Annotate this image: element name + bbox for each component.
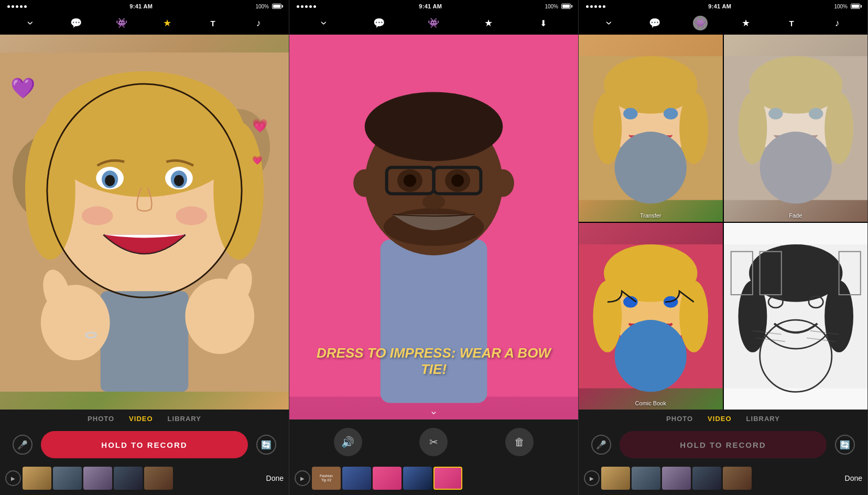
- svg-rect-23: [381, 240, 487, 403]
- chevron-down-icon-2[interactable]: ›: [317, 16, 331, 30]
- svg-point-61: [593, 280, 622, 352]
- music-icon-1[interactable]: ♪: [251, 16, 266, 30]
- emoji-icon-3[interactable]: 👾: [693, 16, 708, 30]
- tab-library-3[interactable]: LIBRARY: [746, 415, 780, 423]
- tab-photo-3[interactable]: PHOTO: [666, 415, 693, 423]
- dot5: [603, 5, 605, 8]
- chevron-down-icon-3[interactable]: ›: [602, 16, 616, 30]
- svg-point-46: [679, 92, 708, 164]
- filter-grid-3: Transfer Fade: [579, 35, 867, 410]
- svg-point-47: [623, 108, 637, 120]
- svg-point-36: [451, 174, 464, 187]
- star-icon-2[interactable]: ★: [481, 16, 496, 30]
- play-button-2[interactable]: ▶: [295, 470, 310, 486]
- film-thumb-3-2[interactable]: [632, 467, 660, 490]
- dot2: [12, 5, 14, 8]
- film-thumb-1-2[interactable]: [53, 467, 82, 490]
- signal-dots-2: [297, 5, 316, 8]
- film-thumb-2-3[interactable]: [373, 467, 402, 490]
- svg-point-54: [824, 92, 853, 164]
- battery-area-3: 100%: [834, 4, 860, 9]
- svg-point-35: [404, 174, 416, 187]
- cartoon-face-svg: [0, 35, 289, 410]
- done-button-1[interactable]: Done: [266, 474, 284, 482]
- dot4: [309, 5, 312, 8]
- battery-pct-2: 100%: [545, 4, 558, 9]
- svg-point-49: [615, 132, 687, 203]
- filter-cell-bw[interactable]: [724, 223, 868, 410]
- film-thumb-3-3[interactable]: [662, 467, 691, 490]
- dot5: [313, 5, 316, 8]
- camera-flip-button-3[interactable]: 🔄: [835, 435, 855, 455]
- text-icon-1[interactable]: T: [205, 16, 220, 30]
- toolbar-2: › 💬 👾 ★ ⬇: [289, 12, 578, 35]
- delete-button-2[interactable]: 🗑: [505, 428, 534, 456]
- film-thumb-3-4[interactable]: [692, 467, 721, 490]
- svg-point-14: [176, 207, 207, 225]
- film-thumb-1-4[interactable]: [114, 467, 143, 490]
- mode-tabs-3: PHOTO VIDEO LIBRARY: [579, 410, 867, 427]
- chevron-down-icon-1[interactable]: ›: [23, 16, 38, 30]
- filter-label-transfer: Transfer: [640, 212, 661, 219]
- svg-point-39: [422, 195, 445, 210]
- tab-video-3[interactable]: VIDEO: [708, 415, 731, 423]
- mic-button-3[interactable]: 🎤: [591, 435, 611, 455]
- camera-view-3: Transfer Fade: [579, 35, 867, 410]
- star-icon-3[interactable]: ★: [739, 16, 753, 30]
- tab-photo-1[interactable]: PHOTO: [88, 415, 114, 423]
- tab-video-1[interactable]: VIDEO: [129, 415, 153, 423]
- bottom-controls-2: 🔊 ✂ 🗑 ▶ FashionTip #2: [289, 419, 578, 495]
- film-thumb-fashion[interactable]: FashionTip #2: [312, 467, 341, 490]
- music-icon-3[interactable]: ♪: [830, 16, 844, 30]
- dot4: [20, 5, 23, 8]
- chat-icon-2[interactable]: 💬: [372, 16, 386, 30]
- overlay-text-2: DRESS TO IMPRESS: WEAR A BOW TIE!: [304, 345, 564, 378]
- camera-view-1: 💜 💗 💗: [0, 35, 289, 410]
- svg-point-55: [768, 108, 783, 120]
- record-button-1[interactable]: HOLD TO RECORD: [41, 431, 248, 458]
- volume-button-2[interactable]: 🔊: [334, 428, 362, 456]
- filter-label-comic: Comic Book: [635, 400, 666, 406]
- film-thumb-1-5[interactable]: [144, 467, 173, 490]
- film-thumb-2-5-selected[interactable]: [433, 467, 462, 490]
- tab-library-1[interactable]: LIBRARY: [168, 415, 201, 423]
- svg-point-57: [760, 132, 831, 203]
- toolbar-3: › 💬 👾 ★ T ♪: [579, 12, 867, 35]
- svg-point-40: [353, 169, 376, 197]
- dot1: [297, 5, 299, 8]
- panel-1: 9:41 AM 100% › 💬 👾 ★ T ♪: [0, 0, 289, 495]
- film-thumb-3-1[interactable]: [601, 467, 630, 490]
- film-strip-3: ▶ Done: [579, 464, 867, 495]
- chevron-down-overlay-2[interactable]: ⌄: [429, 404, 438, 417]
- chat-icon-3[interactable]: 💬: [647, 16, 662, 30]
- chat-icon-1[interactable]: 💬: [69, 16, 83, 30]
- filter-cell-comic[interactable]: Comic Book: [579, 223, 723, 410]
- play-button-1[interactable]: ▶: [5, 470, 21, 486]
- film-thumb-1-1[interactable]: [23, 467, 51, 490]
- dot3: [16, 5, 18, 8]
- done-button-3[interactable]: Done: [845, 474, 862, 482]
- mic-button-1[interactable]: 🎤: [13, 435, 32, 455]
- record-button-3[interactable]: HOLD TO RECORD: [620, 431, 827, 458]
- emoji-icon-2[interactable]: 👾: [426, 16, 441, 30]
- film-thumb-2-4[interactable]: [403, 467, 432, 490]
- battery-icon-3: [851, 4, 860, 9]
- svg-point-6: [213, 122, 264, 260]
- filter-cell-fade[interactable]: Fade: [724, 35, 868, 222]
- download-icon-2[interactable]: ⬇: [536, 16, 551, 30]
- camera-flip-button-1[interactable]: 🔄: [256, 435, 276, 455]
- text-icon-3[interactable]: T: [784, 16, 799, 30]
- film-thumb-2-2[interactable]: [342, 467, 371, 490]
- play-button-3[interactable]: ▶: [584, 470, 600, 486]
- star-icon-1[interactable]: ★: [160, 16, 175, 30]
- scissors-button-2[interactable]: ✂: [419, 428, 448, 456]
- filter-cell-transfer[interactable]: Transfer: [579, 35, 723, 222]
- film-thumb-3-5[interactable]: [723, 467, 752, 490]
- status-bar-1: 9:41 AM 100%: [0, 0, 289, 12]
- emoji-icon-1[interactable]: 👾: [114, 16, 129, 30]
- heart-pink-icon-2: 💗: [252, 155, 263, 165]
- film-thumb-1-3[interactable]: [83, 467, 112, 490]
- panel-3: 9:41 AM 100% › 💬 👾 ★ T ♪: [579, 0, 868, 495]
- action-bar-2: 🔊 ✂ 🗑: [289, 419, 578, 464]
- svg-point-41: [492, 169, 514, 197]
